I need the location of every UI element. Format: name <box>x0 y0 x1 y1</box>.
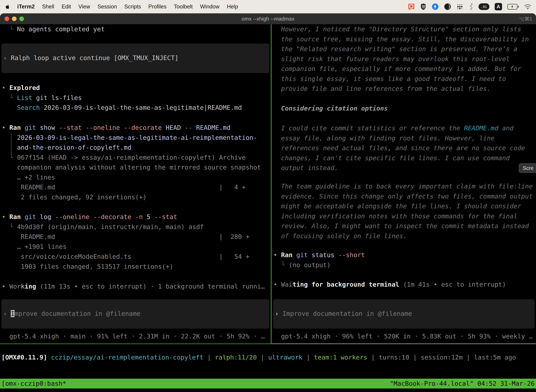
squiggle-icon[interactable] <box>469 3 473 10</box>
iterm-window: omx --xhigh --madmax ⌥⌘1 └ No agents com… <box>0 13 536 392</box>
term-line: 2026-03-09-is-legal-the-same-as-legitima… <box>2 133 271 143</box>
input-source-icon[interactable]: A <box>495 3 502 10</box>
term-line: the "Related research writing" section i… <box>273 44 536 54</box>
term-line: Considering citation options <box>273 103 536 113</box>
block-git-show: • Ran git show --stat --oneline --decora… <box>2 123 271 202</box>
wifi-icon[interactable] <box>524 4 531 10</box>
term-line: • Explored <box>2 83 271 93</box>
dots-grid-icon[interactable] <box>456 3 463 10</box>
chat-app-icon[interactable] <box>408 3 415 10</box>
menu-item-view[interactable]: View <box>78 4 90 10</box>
screen: iTerm2 Shell Edit View Session Scripts P… <box>0 0 536 392</box>
block-prompt-box[interactable]: › Improve documentation in @filename <box>273 299 535 329</box>
apple-menu-icon[interactable] <box>5 4 10 10</box>
screen-share-overlay[interactable]: Scre <box>519 163 536 173</box>
pane-right[interactable]: However, I noticed the "Directory Struct… <box>272 24 536 392</box>
window-shortcut-badge: ⌥⌘1 <box>519 13 532 24</box>
term-line: └ 067f154 (HEAD -> essay/ai-reimplementa… <box>2 153 271 163</box>
term-line: • Ran git show --stat --oneline --decora… <box>2 123 271 133</box>
tmux-session-label: [omx-cczip0:bash* <box>0 379 66 389</box>
term-line: └ List git ls-files <box>2 93 271 103</box>
terminal-content: └ No agents completed yet› Ralph loop ac… <box>0 24 536 392</box>
term-line: might be acceptable alongside the file l… <box>273 201 536 211</box>
term-line: I could cite commit statistics or refere… <box>273 123 536 133</box>
term-line: review. Also, I might want to inspect th… <box>273 221 536 231</box>
block-working: • Working (11m 13s • esc to interrupt) ·… <box>2 281 271 292</box>
tmux-status-bar: [omx-cczip0:bash* "MacBook-Pro-44.local"… <box>0 379 536 388</box>
pane-left[interactable]: └ No agents completed yet› Ralph loop ac… <box>0 24 271 392</box>
block-para3: The team guideline is to back every impo… <box>273 182 536 241</box>
term-line: src/voice/voiceModeEnabled.ts | 54 + <box>2 252 271 262</box>
block-git-status: • Ran git status --short └ (no output) <box>273 250 536 270</box>
title-bar: omx --xhigh --madmax ⌥⌘1 <box>0 13 536 24</box>
pane-border-bottom-left <box>0 344 272 344</box>
term-line: gpt-5.4 xhigh · main · 91% left · 2.31M … <box>2 331 271 341</box>
term-line: output instead. <box>273 163 536 173</box>
block-para2: I could cite commit statistics or refere… <box>273 123 536 173</box>
block-para1: However, I noticed the "Directory Struct… <box>273 24 536 94</box>
menu-bar: iTerm2 Shell Edit View Session Scripts P… <box>0 0 536 13</box>
menu-status-icons: ..61 A <box>408 3 531 10</box>
term-line: • Waiting for background terminal (1m 41… <box>273 280 536 289</box>
term-line: … +2 lines <box>2 173 271 182</box>
menu-item-scripts[interactable]: Scripts <box>124 4 141 10</box>
term-line: README.md | 4 + <box>2 182 271 192</box>
term-line: └ (no output) <box>273 260 536 270</box>
block-heading: Considering citation options <box>273 103 536 113</box>
term-line: gpt-5.4 xhigh · 96% left · 520K in · 5.8… <box>273 331 536 341</box>
term-line: › Ralph loop active continue [OMX_TMUX_I… <box>3 53 269 63</box>
block-git-log: • Ran git log --oneline --decorate -n 5 … <box>2 212 271 271</box>
term-line: and-the-erosion-of-copyleft.md <box>2 143 271 153</box>
term-line: provide file and line references from th… <box>273 84 536 94</box>
term-line: › Improve documentation in @filename <box>3 309 269 319</box>
blue-bolt-badge-icon[interactable] <box>432 3 439 10</box>
menu-items: iTerm2 Shell Edit View Session Scripts P… <box>5 4 238 10</box>
term-line: … +1901 lines <box>2 242 271 252</box>
term-line: • Ran git status --short <box>273 250 536 260</box>
term-line: companion file, especially if more comme… <box>273 64 536 74</box>
menu-item-help[interactable]: Help <box>227 4 238 10</box>
term-line: └ 4b9d30f (origin/main, instructkr/main,… <box>2 222 271 232</box>
block-waiting: • Waiting for background terminal (1m 41… <box>273 280 536 289</box>
menu-item-shell[interactable]: Shell <box>42 4 54 10</box>
term-line: companion analysis without altering the … <box>2 163 271 173</box>
pane-divider[interactable] <box>271 24 272 344</box>
block-status: gpt-5.4 xhigh · main · 91% left · 2.31M … <box>2 331 271 341</box>
term-line: including verification notes with those … <box>273 211 536 221</box>
term-line: However, I noticed the "Directory Struct… <box>273 24 536 34</box>
tmux-host-clock: "MacBook-Pro-44.local" 04:52 31-Mar-26 <box>390 379 536 389</box>
block-explored: • Explored └ List git ls-files Search 20… <box>2 83 271 113</box>
omx-status-line: [OMX#0.11.9] cczip/essay/ai-reimplementa… <box>1 352 536 363</box>
term-line: slight risk that future readers may over… <box>273 54 536 64</box>
shield-grid-icon[interactable] <box>420 3 426 10</box>
window-title: omx --xhigh --madmax <box>0 13 536 24</box>
dark-crescent-icon[interactable] <box>444 3 451 10</box>
term-line: • Working (11m 13s • esc to interrupt) ·… <box>2 281 271 292</box>
term-line: Search 2026-03-09-is-legal-the-same-as-l… <box>2 103 271 113</box>
block-status: gpt-5.4 xhigh · 96% left · 520K in · 5.8… <box>273 331 536 341</box>
term-line: └ No agents completed yet <box>2 24 271 34</box>
term-line: • Ran git log --oneline --decorate -n 5 … <box>2 212 271 222</box>
menu-item-app[interactable]: iTerm2 <box>17 4 35 10</box>
block-prompt-box[interactable]: › Improve documentation in @filename <box>1 299 269 329</box>
battery-icon[interactable] <box>507 4 519 10</box>
menu-item-window[interactable]: Window <box>200 4 220 10</box>
block-ralph-box[interactable]: › Ralph loop active continue [OMX_TMUX_I… <box>1 44 269 73</box>
term-line: evidence. Since this change only affects… <box>273 191 536 201</box>
term-line: › Improve documentation in @filename <box>275 309 535 319</box>
term-line: changes, I can't cite specific file line… <box>273 153 536 163</box>
term-line: the source tree, missing the essay. Stil… <box>273 34 536 44</box>
term-line: 2 files changed, 92 insertions(+) <box>2 192 271 202</box>
menu-item-toolbelt[interactable]: Toolbelt <box>174 4 193 10</box>
term-line: The team guideline is to back every impo… <box>273 182 536 191</box>
term-line: of focusing solely on file lines. <box>273 231 536 241</box>
menu-item-edit[interactable]: Edit <box>62 4 71 10</box>
term-line: essay file, along with finding root file… <box>273 133 536 143</box>
term-line: this single essay, it seems like a good … <box>273 74 536 84</box>
term-line: references need actual files, and since … <box>273 143 536 153</box>
menu-item-session[interactable]: Session <box>97 4 117 10</box>
menu-item-profiles[interactable]: Profiles <box>148 4 166 10</box>
percent-badge[interactable]: ..61 <box>479 3 489 10</box>
term-line: 1903 files changed, 513517 insertions(+) <box>2 262 271 272</box>
block-no-agents: └ No agents completed yet <box>2 24 271 34</box>
